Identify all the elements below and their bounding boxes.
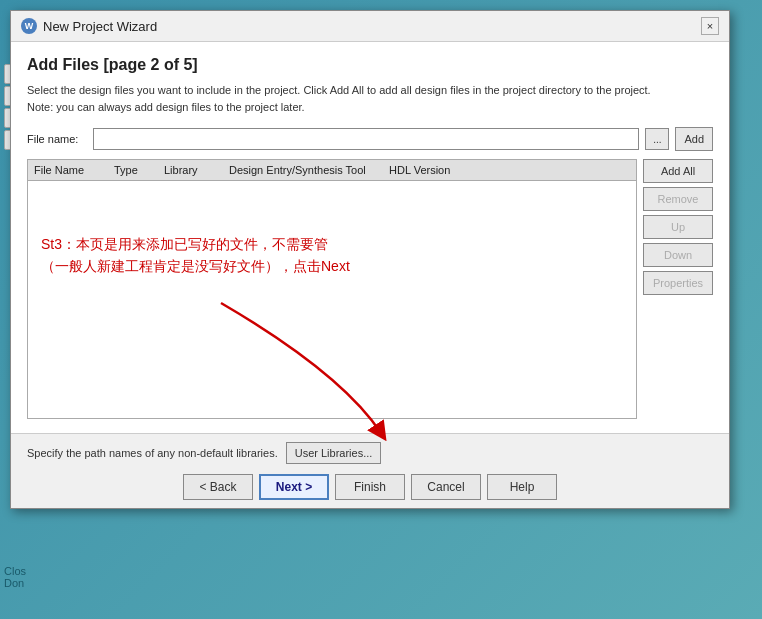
title-bar-left: W New Project Wizard [21,18,157,34]
footer-buttons: < Back Next > Finish Cancel Help [27,474,713,500]
desc-line1: Select the design files you want to incl… [27,84,651,96]
close-label: Clos [4,565,26,577]
up-button[interactable]: Up [643,215,713,239]
close-button[interactable]: × [701,17,719,35]
add-all-button[interactable]: Add All [643,159,713,183]
title-bar: W New Project Wizard × [11,11,729,42]
page-title: Add Files [page 2 of 5] [27,56,713,74]
bottom-labels: Clos Don [4,565,26,589]
file-name-input[interactable] [93,128,639,150]
table-header: File Name Type Library Design Entry/Synt… [28,160,636,181]
dialog-title: New Project Wizard [43,19,157,34]
desc-line2: Note: you can always add design files to… [27,101,305,113]
col-tool: Design Entry/Synthesis Tool [229,163,389,177]
down-button[interactable]: Down [643,243,713,267]
wizard-icon: W [21,18,37,34]
done-label: Don [4,577,26,589]
right-buttons: Add All Remove Up Down Properties [643,159,713,419]
col-filename: File Name [34,163,114,177]
description: Select the design files you want to incl… [27,82,713,115]
browse-button[interactable]: ... [645,128,669,150]
finish-button[interactable]: Finish [335,474,405,500]
back-button[interactable]: < Back [183,474,253,500]
new-project-wizard-dialog: W New Project Wizard × Add Files [page 2… [10,10,730,509]
file-name-label: File name: [27,133,87,145]
help-button[interactable]: Help [487,474,557,500]
col-library: Library [164,163,229,177]
annotation-arrow [141,293,421,453]
next-button[interactable]: Next > [259,474,329,500]
remove-button[interactable]: Remove [643,187,713,211]
col-hdl: HDL Version [389,163,469,177]
annotation-text: St3：本页是用来添加已写好的文件，不需要管 （一般人新建工程肯定是没写好文件）… [41,233,350,278]
cancel-button[interactable]: Cancel [411,474,481,500]
add-button[interactable]: Add [675,127,713,151]
annotation-line2: （一般人新建工程肯定是没写好文件），点击Next [41,258,350,274]
annotation-line1: St3：本页是用来添加已写好的文件，不需要管 [41,236,328,252]
file-name-row: File name: ... Add [27,127,713,151]
properties-button[interactable]: Properties [643,271,713,295]
col-type: Type [114,163,164,177]
